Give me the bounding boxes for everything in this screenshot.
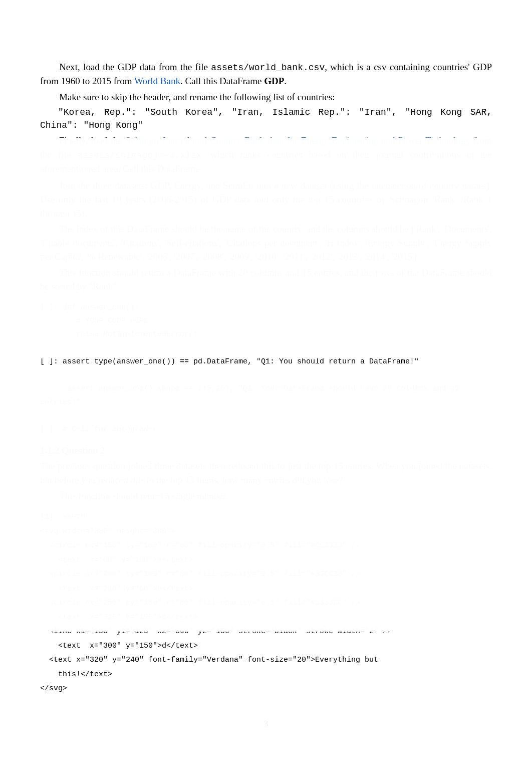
link-scimago[interactable]: Sciamgo Journal and Country Rank data fo…: [125, 135, 470, 146]
filename-scimago-xlsx: assets/scimagojr-3.xlsx: [77, 150, 201, 160]
paragraph-country-rename-map: "Korea, Rep.": "South Korea", "Iran, Isl…: [40, 106, 492, 132]
hidden-q2-heading: 1.1.2 Question 2: [40, 444, 492, 458]
link-world-bank[interactable]: World Bank: [134, 76, 180, 86]
page-number: 3: [0, 719, 532, 729]
hidden-block-2: The previous question joined three datas…: [40, 459, 492, 696]
paragraph-gdp-load: Next, load the GDP data from the file as…: [40, 60, 492, 88]
code-cell-answer-one: [ ]: def answer_one(): # YOUR CODE HERE …: [40, 301, 492, 436]
filename-worldbank-csv: assets/world_bank.csv: [211, 63, 325, 73]
document-page: Next, load the GDP data from the file as…: [0, 0, 532, 744]
paragraph-scimago-load: Finally, load the Sciamgo Journal and Co…: [40, 134, 492, 175]
dataframe-name-gdp: GDP: [264, 76, 284, 86]
paragraph-skip-header: Make sure to skip the header, and rename…: [40, 90, 492, 104]
code-cell-svg: [1]: %%HTML <svg width="800" height="300…: [40, 510, 492, 696]
hidden-block-1: Join the three datasets: GDP, Energy, an…: [40, 179, 492, 436]
